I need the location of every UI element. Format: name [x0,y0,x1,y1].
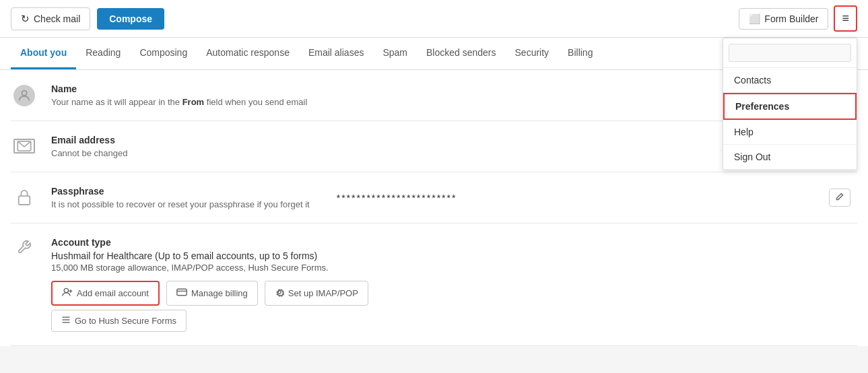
svg-point-3 [64,288,68,292]
check-mail-button[interactable]: Check mail [11,7,90,30]
svg-rect-2 [19,196,30,205]
form-builder-label: Form Builder [764,13,818,24]
dropdown-menu: Contacts Preferences Help Sign Out [723,38,857,170]
compose-button[interactable]: Compose [97,8,164,30]
add-person-icon [62,287,73,299]
passphrase-row: Passphrase It is not possible to recover… [51,186,857,209]
action-buttons-row2: Go to Hush Secure Forms [51,310,857,332]
passphrase-edit-button[interactable] [829,189,850,207]
passphrase-desc: It is not possible to recover or reset y… [51,199,310,209]
top-bar: Check mail Compose Form Builder Contacts… [0,0,868,38]
account-type-value-container: Hushmail for Healthcare (Up to 5 email a… [51,250,857,273]
dropdown-item-sign-out[interactable]: Sign Out [723,145,857,170]
hush-forms-label: Go to Hush Secure Forms [75,316,176,326]
compose-label: Compose [109,13,152,24]
lock-icon-container [11,186,38,209]
name-desc-bold: From [182,97,205,107]
tab-email-aliases[interactable]: Email aliases [299,38,373,69]
refresh-icon [21,13,30,25]
manage-billing-button[interactable]: Manage billing [166,281,258,306]
top-bar-right: Form Builder Contacts Preferences Help S… [739,5,857,32]
lock-icon [17,189,32,209]
hamburger-button[interactable] [834,5,857,32]
action-buttons-row1: Add email account Manage billing [51,281,857,306]
name-desc-text: Your name as it will appear in the [51,97,180,107]
list-icon [61,316,71,326]
tab-spam[interactable]: Spam [373,38,417,69]
account-type-title: Account type [51,237,857,248]
dropdown-item-help[interactable]: Help [723,120,857,145]
wrench-icon [17,240,32,258]
dropdown-search-input[interactable] [729,44,851,62]
setup-imap-button[interactable]: Set up IMAP/POP [265,281,368,306]
menu-icon [842,13,849,24]
credit-card-icon [176,288,187,298]
name-desc-after: field when you send email [207,97,308,107]
passphrase-value: ************************ [337,193,457,203]
setup-imap-label: Set up IMAP/POP [288,288,358,298]
manage-billing-label: Manage billing [191,288,248,298]
email-icon-container [11,135,38,154]
add-email-account-button[interactable]: Add email account [51,281,160,306]
tab-billing[interactable]: Billing [558,38,602,69]
passphrase-left: Passphrase It is not possible to recover… [51,186,310,209]
svg-point-0 [22,91,26,96]
tab-blocked-senders[interactable]: Blocked senders [417,38,506,69]
avatar-icon-container [11,83,38,106]
passphrase-body: Passphrase It is not possible to recover… [51,186,857,209]
top-bar-left: Check mail Compose [11,7,164,30]
tab-security[interactable]: Security [506,38,559,69]
hush-forms-button[interactable]: Go to Hush Secure Forms [51,310,187,332]
svg-rect-6 [177,289,187,296]
add-email-account-label: Add email account [77,288,149,298]
account-type-value: Hushmail for Healthcare (Up to 5 email a… [51,250,857,261]
tab-about-you[interactable]: About you [11,38,76,69]
dropdown-item-preferences[interactable]: Preferences [723,93,857,120]
tab-reading[interactable]: Reading [76,38,130,69]
dropdown-search-container [723,38,857,68]
name-title: Name [51,83,771,94]
gear-icon [275,287,284,299]
email-icon [13,139,35,154]
account-type-section: Account type Hushmail for Healthcare (Up… [11,224,857,346]
passphrase-title: Passphrase [51,186,310,197]
check-mail-label: Check mail [34,13,80,24]
wrench-icon-container [11,237,38,258]
tab-automatic-response[interactable]: Automatic response [197,38,299,69]
tab-composing[interactable]: Composing [130,38,197,69]
avatar-icon [13,85,35,106]
name-body: Name Your name as it will appear in the … [51,83,771,107]
form-icon [749,13,760,24]
account-type-body: Account type Hushmail for Healthcare (Up… [51,237,857,332]
account-type-value-sub: 15,000 MB storage allowance, IMAP/POP ac… [51,263,857,273]
name-desc: Your name as it will appear in the From … [51,97,771,107]
passphrase-section: Passphrase It is not possible to recover… [11,172,857,224]
passphrase-edit-container [829,189,857,207]
passphrase-middle: ************************ [310,193,829,203]
form-builder-button[interactable]: Form Builder [739,8,828,30]
dropdown-item-contacts[interactable]: Contacts [723,68,857,93]
